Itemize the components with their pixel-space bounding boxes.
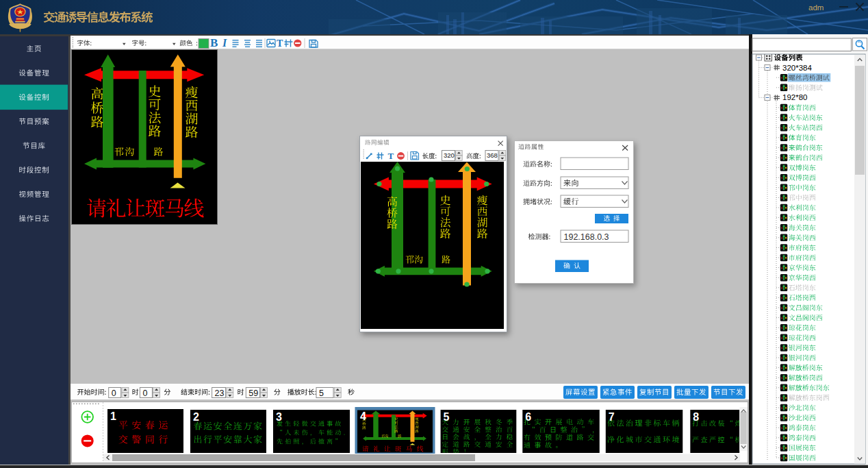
svg-text:192*80: 192*80 bbox=[782, 93, 807, 101]
svg-text:8: 8 bbox=[693, 411, 699, 423]
svg-text:B: B bbox=[210, 36, 218, 49]
svg-text:320*384: 320*384 bbox=[782, 64, 812, 72]
svg-text:4: 4 bbox=[360, 410, 366, 422]
svg-text:192.168.0.3: 192.168.0.3 bbox=[564, 232, 609, 242]
svg-text:59: 59 bbox=[248, 389, 258, 398]
svg-text:adm: adm bbox=[808, 3, 824, 12]
svg-text:0: 0 bbox=[112, 389, 116, 398]
svg-text:368: 368 bbox=[487, 151, 498, 159]
svg-text:I: I bbox=[222, 37, 227, 49]
svg-text:7: 7 bbox=[609, 411, 615, 423]
svg-text:5: 5 bbox=[444, 411, 450, 423]
svg-text:0: 0 bbox=[142, 389, 147, 398]
svg-text:23: 23 bbox=[215, 389, 225, 398]
svg-text:5: 5 bbox=[319, 389, 324, 398]
svg-text:320: 320 bbox=[444, 151, 455, 159]
svg-text:3: 3 bbox=[276, 411, 282, 423]
svg-text:1: 1 bbox=[110, 410, 116, 422]
svg-text:T: T bbox=[388, 151, 394, 161]
svg-text:T: T bbox=[277, 38, 283, 49]
svg-text:2: 2 bbox=[193, 411, 199, 423]
svg-text:6: 6 bbox=[525, 411, 531, 423]
